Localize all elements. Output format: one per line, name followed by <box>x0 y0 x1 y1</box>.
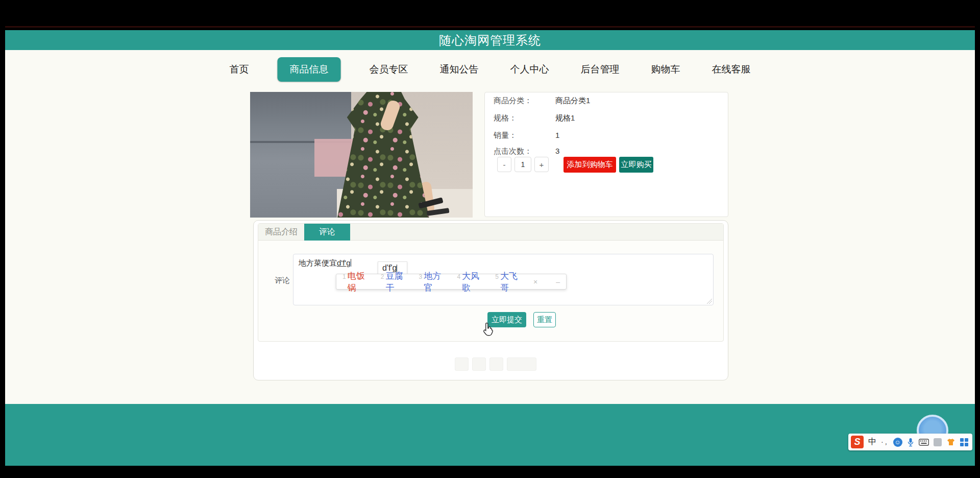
pagination-prev[interactable] <box>455 357 469 371</box>
tab-product-intro[interactable]: 商品介绍 <box>258 224 304 241</box>
main-nav: 首页 商品信息 会员专区 通知公告 个人中心 后台管理 购物车 在线客服 <box>227 57 754 82</box>
ime-candidate-4[interactable]: 4 大风歌 <box>457 270 482 294</box>
keyboard-icon[interactable] <box>919 439 929 446</box>
tabs-card: 商品介绍 评论 评论 地方菜便宜d'f'g 立即提交 重置 <box>253 220 728 380</box>
ime-minimize-icon[interactable]: – <box>556 278 560 286</box>
mouse-cursor-hand <box>482 322 495 338</box>
emoji-icon[interactable]: ☺ <box>893 438 902 447</box>
ime-inline-composition: d'f'g <box>337 258 351 267</box>
toolbox-grid-icon[interactable] <box>960 438 968 446</box>
add-to-cart-button[interactable]: 添加到购物车 <box>564 157 616 173</box>
ime-candidate-2[interactable]: 2 豆腐干 <box>381 270 406 294</box>
pagination-next[interactable] <box>489 357 503 371</box>
footer <box>5 404 975 466</box>
nav-item-notices[interactable]: 通知公告 <box>437 57 482 82</box>
detail-row-clicks: 点击次数： 3 <box>494 147 559 156</box>
ime-candidate-1[interactable]: 1 电饭锅 <box>342 270 368 294</box>
detail-row-spec: 规格： 规格1 <box>494 113 575 123</box>
buy-now-button[interactable]: 立即购买 <box>619 157 653 173</box>
punctuation-icon[interactable]: ·， <box>881 438 889 447</box>
quantity-value[interactable]: 1 <box>514 157 531 172</box>
ime-candidate-bar: 1 电饭锅 2 豆腐干 3 地方官 4 大风歌 5 大飞哥 × – <box>336 274 567 290</box>
screen: 随心淘网管理系统 首页 商品信息 会员专区 通知公告 个人中心 后台管理 购物车… <box>0 0 980 478</box>
chinese-mode-icon[interactable]: 中 <box>868 437 876 447</box>
top-divider <box>5 26 975 28</box>
nav-item-admin[interactable]: 后台管理 <box>578 57 623 82</box>
sogou-logo-icon[interactable]: S <box>851 436 864 448</box>
microphone-icon[interactable] <box>907 438 914 447</box>
product-image <box>250 92 473 218</box>
detail-row-sales: 销量： 1 <box>494 131 559 140</box>
ime-candidate-5[interactable]: 5 大飞哥 <box>495 270 520 294</box>
tab-bar: 商品介绍 评论 <box>258 224 723 241</box>
nav-item-customer-service[interactable]: 在线客服 <box>709 57 754 82</box>
pagination-page[interactable] <box>472 357 486 371</box>
page-title: 随心淘网管理系统 <box>439 32 541 49</box>
tab-comments[interactable]: 评论 <box>304 224 350 241</box>
textarea-resize-handle[interactable] <box>706 298 712 304</box>
comment-text: 地方菜便宜 <box>299 258 337 267</box>
reset-button[interactable]: 重置 <box>533 312 556 327</box>
ime-close-icon[interactable]: × <box>533 278 537 286</box>
nav-item-home[interactable]: 首页 <box>227 57 252 82</box>
screenshot-tool-icon[interactable] <box>934 438 942 446</box>
pagination-ghost <box>455 357 536 371</box>
nav-item-cart[interactable]: 购物车 <box>648 57 683 82</box>
pagination-jump[interactable] <box>507 357 536 371</box>
text-caret <box>351 259 351 267</box>
product-detail-panel: 商品分类： 商品分类1 规格： 规格1 销量： 1 点击次数： 3 - 1 + … <box>484 92 728 217</box>
app-header: 随心淘网管理系统 <box>5 30 975 50</box>
comment-label: 评论 <box>275 276 290 285</box>
quantity-decrease-button[interactable]: - <box>497 157 511 172</box>
ime-toolbar: S 中 ·， ☺ <box>848 434 972 450</box>
detail-row-category: 商品分类： 商品分类1 <box>494 96 590 106</box>
nav-item-personal-center[interactable]: 个人中心 <box>507 57 552 82</box>
quantity-increase-button[interactable]: + <box>534 157 549 172</box>
nav-item-member-zone[interactable]: 会员专区 <box>366 57 411 82</box>
purchase-controls: - 1 + 添加到购物车 立即购买 <box>485 157 729 175</box>
skin-shirt-icon[interactable] <box>946 438 955 446</box>
nav-item-product-info[interactable]: 商品信息 <box>278 57 341 82</box>
ime-candidate-3[interactable]: 3 地方官 <box>419 270 444 294</box>
